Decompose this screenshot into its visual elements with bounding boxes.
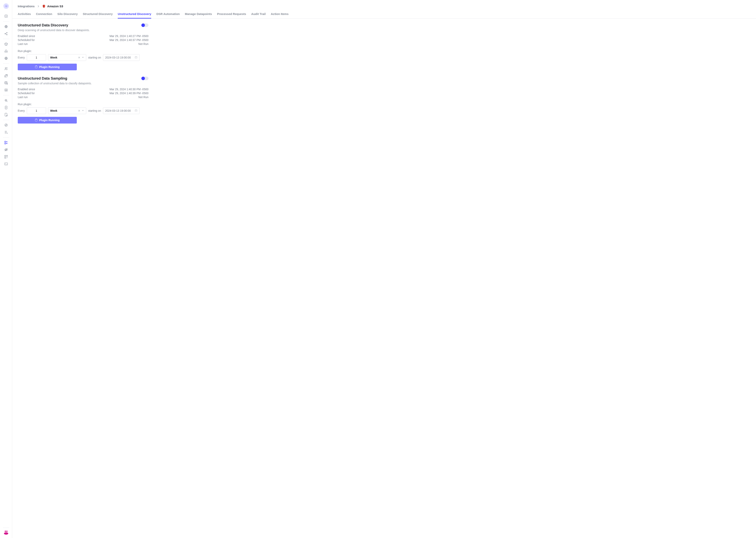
svg-point-5 <box>5 33 6 34</box>
svg-point-12 <box>5 81 7 82</box>
tab-processed-requests[interactable]: Processed Requests <box>217 10 246 19</box>
sidebar <box>0 0 12 538</box>
breadcrumb-root[interactable]: Integrations <box>18 5 35 8</box>
tabs: Activities Connection Silo Discovery Str… <box>12 10 756 19</box>
run-plugin-label: Run plugin: <box>18 49 148 53</box>
sidebar-icon-id[interactable] <box>2 86 10 93</box>
sidebar-icon-doc-gear[interactable] <box>2 111 10 118</box>
svg-point-2 <box>6 6 7 7</box>
tab-connection[interactable]: Connection <box>36 10 52 19</box>
breadcrumb-current: Amazon S3 <box>42 4 63 8</box>
content: Unstructured Data Discovery Deep scannin… <box>12 19 154 134</box>
meta-value: Mar 29, 2024 1:40:37 PM -0500 <box>110 38 148 41</box>
every-input[interactable] <box>27 107 46 114</box>
section-title: Unstructured Data Sampling <box>18 76 67 81</box>
svg-point-11 <box>7 75 8 75</box>
meta-label: Last run <box>18 95 28 99</box>
spinner-icon <box>35 66 38 68</box>
sidebar-icon-globe2[interactable] <box>2 55 10 62</box>
svg-rect-36 <box>135 110 137 112</box>
main: Integrations Amazon S3 Activities Connec… <box>12 0 756 538</box>
sidebar-icon-cubes[interactable] <box>2 48 10 55</box>
tab-action-items[interactable]: Action Items <box>271 10 288 19</box>
sidebar-icon-phone-check[interactable] <box>2 104 10 111</box>
tab-silo-discovery[interactable]: Silo Discovery <box>57 10 77 19</box>
mascot-icon[interactable] <box>3 529 9 536</box>
every-label: Every <box>18 109 25 112</box>
svg-rect-22 <box>5 143 6 144</box>
plugin-running-button[interactable]: Plugin Running <box>18 117 77 124</box>
svg-point-23 <box>7 141 7 142</box>
svg-point-16 <box>5 99 7 101</box>
unit-select[interactable]: Week <box>48 107 86 114</box>
svg-rect-26 <box>5 155 6 157</box>
svg-point-9 <box>5 68 6 69</box>
sidebar-icon-thumb[interactable] <box>2 72 10 80</box>
meta-block: Enabled since Mar 29, 2024 1:40:27 PM -0… <box>18 34 148 46</box>
chevron-down-icon <box>82 56 84 59</box>
svg-rect-27 <box>6 155 8 157</box>
starting-on-label: starting on <box>88 56 101 59</box>
calendar-icon <box>135 109 137 113</box>
svg-point-7 <box>7 34 7 35</box>
svg-rect-14 <box>5 89 7 91</box>
section-sampling: Unstructured Data Sampling Sample collec… <box>18 76 148 124</box>
sidebar-icon-terminal[interactable] <box>2 160 10 167</box>
toggle-sampling[interactable] <box>141 77 148 80</box>
plugin-running-button[interactable]: Plugin Running <box>18 64 77 70</box>
svg-rect-33 <box>5 530 6 531</box>
svg-point-19 <box>7 115 7 116</box>
amazon-s3-icon <box>42 4 46 8</box>
run-plugin-block: Run plugin: Every Week starting on 2024-… <box>18 49 148 70</box>
sidebar-icon-compass[interactable] <box>2 122 10 129</box>
meta-value: Not Run <box>138 95 148 99</box>
run-plugin-block: Run plugin: Every Week starting on 2024-… <box>18 103 148 124</box>
sidebar-icon-cube[interactable] <box>2 40 10 48</box>
meta-value: Mar 29, 2024 1:40:39 PM -0500 <box>110 92 148 95</box>
svg-point-20 <box>5 124 7 126</box>
clear-icon[interactable] <box>78 109 80 112</box>
toggle-discovery[interactable] <box>141 24 148 27</box>
chevron-down-icon <box>82 109 84 112</box>
sidebar-icon-globe[interactable] <box>2 23 10 30</box>
sidebar-icon-search-doc[interactable] <box>2 97 10 104</box>
unit-select[interactable]: Week <box>48 54 86 61</box>
section-title: Unstructured Data Discovery <box>18 23 68 27</box>
logo-icon[interactable] <box>3 3 9 9</box>
svg-point-17 <box>6 100 6 101</box>
svg-point-6 <box>7 32 7 33</box>
run-plugin-label: Run plugin: <box>18 103 148 106</box>
svg-rect-35 <box>135 57 137 58</box>
sidebar-icon-list-plus[interactable] <box>2 129 10 136</box>
meta-label: Scheduled for <box>18 38 35 41</box>
svg-point-15 <box>6 89 6 90</box>
calendar-icon <box>135 56 137 59</box>
every-input[interactable] <box>27 54 46 61</box>
meta-label: Enabled since <box>18 88 35 91</box>
start-date-input[interactable]: 2024-03-13 19:00:00 <box>103 107 140 114</box>
svg-rect-28 <box>5 157 6 158</box>
sidebar-icon-integrations[interactable] <box>2 139 10 146</box>
tab-activities[interactable]: Activities <box>18 10 31 19</box>
meta-label: Last run <box>18 42 28 45</box>
meta-value: Mar 29, 2024 1:40:30 PM -0500 <box>110 88 148 91</box>
sidebar-icon-zap[interactable] <box>2 13 10 20</box>
sidebar-icon-db[interactable] <box>2 80 10 86</box>
start-date-input[interactable]: 2024-03-13 19:00:00 <box>103 54 140 61</box>
sidebar-icon-grid-edit[interactable] <box>2 153 10 160</box>
sidebar-icon-users[interactable] <box>2 65 10 72</box>
svg-rect-34 <box>7 530 7 531</box>
tab-audit-trail[interactable]: Audit Trail <box>251 10 265 19</box>
every-label: Every <box>18 56 25 59</box>
tab-unstructured-discovery[interactable]: Unstructured Discovery <box>118 10 151 19</box>
meta-label: Scheduled for <box>18 92 35 95</box>
clear-icon[interactable] <box>78 56 80 59</box>
tab-structured-discovery[interactable]: Structured Discovery <box>83 10 113 19</box>
sidebar-icon-eye-off[interactable] <box>2 146 10 153</box>
tab-dsr-automation[interactable]: DSR Automation <box>156 10 180 19</box>
chevron-right-icon <box>37 5 39 8</box>
section-desc: Sample collection of unstructured data t… <box>18 82 148 85</box>
sidebar-icon-share[interactable] <box>2 30 10 37</box>
meta-value: Mar 29, 2024 1:40:27 PM -0500 <box>110 34 148 38</box>
tab-manage-datapoints[interactable]: Manage Datapoints <box>185 10 212 19</box>
